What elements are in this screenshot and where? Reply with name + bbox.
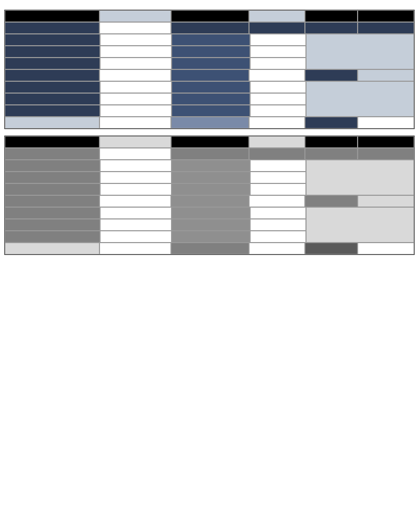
date-input-2[interactable] [250,58,306,69]
notes-header-fill [358,195,414,207]
web-label [5,231,100,243]
phone2-input[interactable] [100,46,172,58]
vendor-name-label [5,136,99,148]
important-dates-label [171,148,249,160]
date-label-0 [172,160,250,172]
notes-label [305,69,358,81]
date2-input-0[interactable] [250,81,306,93]
contact-name-label [5,22,99,34]
date-input-0[interactable] [250,160,306,172]
phone2-input[interactable] [100,172,172,183]
date-input-2[interactable] [250,183,306,195]
date2-label-1 [172,93,250,105]
overall-rating-input[interactable] [249,10,305,22]
contract-signed-input[interactable] [249,69,305,81]
date-label-2 [172,183,250,195]
phone1-input[interactable] [100,160,172,172]
contact-name-label [5,148,99,160]
product-desc-label-ext [358,148,414,160]
notes-label [305,195,358,207]
mail2-label [5,81,100,93]
mail1-input[interactable] [99,69,170,81]
csz-input[interactable] [100,93,172,105]
date-input-1[interactable] [250,46,306,58]
date2-input-2[interactable] [250,231,306,243]
phone1-label [5,160,100,172]
final-cost-label [305,117,358,129]
revised-cost-label [171,117,249,129]
final-cost-input[interactable] [358,117,414,129]
product-desc-label-ext [358,22,414,34]
date2-label-0 [172,81,250,93]
final-cost-input[interactable] [358,243,414,254]
vendor-type-label [305,136,358,148]
csz-label [5,219,100,231]
date-label-2 [172,58,250,69]
date2-input-0[interactable] [250,207,306,219]
overall-rating-input[interactable] [249,136,305,148]
important-dates-spacer [249,22,305,34]
initial-quoted-cost-input[interactable] [99,117,170,129]
date2-input-1[interactable] [250,219,306,231]
web-label [5,105,100,117]
overall-rating-label [171,136,249,148]
overall-rating-label [171,10,249,22]
initial-quoted-cost-input[interactable] [99,243,170,254]
date-label-0 [172,34,250,46]
initial-quoted-cost-label [5,243,99,254]
date2-label-2 [172,105,250,117]
initial-quoted-cost-label [5,117,99,129]
phone1-input[interactable] [100,34,172,46]
mail2-label [5,207,100,219]
date2-label-2 [172,231,250,243]
mail1-label [5,195,99,207]
mail2-input[interactable] [100,81,172,93]
phone2-label [5,46,100,58]
revised-cost-input[interactable] [249,117,305,129]
mail2-input[interactable] [100,207,172,219]
date-input-0[interactable] [250,34,306,46]
email-input[interactable] [100,58,172,69]
contract-signed-label [171,69,249,81]
vendor-card [4,136,415,255]
date-label-1 [172,172,250,183]
product-desc-input[interactable] [306,160,414,195]
date-input-1[interactable] [250,172,306,183]
web-input[interactable] [100,231,172,243]
mail1-label [5,69,99,81]
wedding-planner-label [358,136,414,148]
date2-label-1 [172,219,250,231]
vendor-type-label [305,10,358,22]
important-dates-label [171,22,249,34]
email-input[interactable] [100,183,172,195]
contact-name-input[interactable] [99,148,170,160]
email-label [5,58,100,69]
notes-header-fill [358,69,414,81]
date2-input-2[interactable] [250,105,306,117]
phone1-label [5,34,100,46]
product-desc-input[interactable] [306,34,414,69]
revised-cost-label [171,243,249,254]
vendor-name-input[interactable] [99,10,170,22]
mail1-input[interactable] [99,195,170,207]
vendor-card [4,10,415,129]
revised-cost-input[interactable] [249,243,305,254]
contact-name-input[interactable] [99,22,170,34]
notes-input[interactable] [306,207,414,243]
web-input[interactable] [100,105,172,117]
csz-input[interactable] [100,219,172,231]
email-label [5,183,100,195]
csz-label [5,93,100,105]
date2-input-1[interactable] [250,93,306,105]
important-dates-spacer [249,148,305,160]
vendor-name-input[interactable] [99,136,170,148]
contract-signed-label [171,195,249,207]
product-desc-label [305,22,358,34]
product-desc-label [305,148,358,160]
date2-label-0 [172,207,250,219]
phone2-label [5,172,100,183]
wedding-planner-label [358,10,414,22]
date-label-1 [172,46,250,58]
notes-input[interactable] [306,81,414,117]
contract-signed-input[interactable] [249,195,305,207]
